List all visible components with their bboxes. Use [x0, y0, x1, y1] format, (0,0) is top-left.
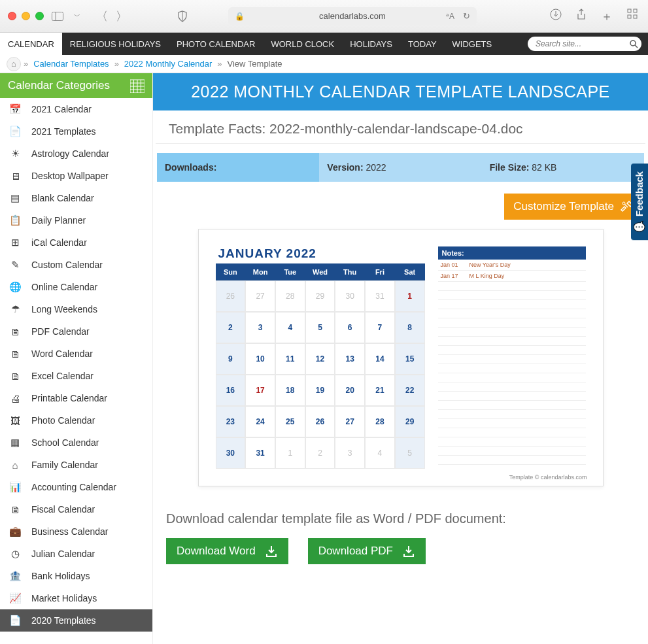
sidebar-item-icon: 📄 — [9, 126, 21, 137]
shield-icon[interactable] — [175, 10, 190, 22]
download-pdf-button[interactable]: Download PDF — [308, 538, 426, 564]
sidebar-header: Calendar Categories — [0, 73, 152, 98]
sidebar-item-label: Photo Calendar — [31, 415, 95, 426]
calendar-cell: 1 — [395, 280, 425, 312]
calendar-cell: 11 — [275, 343, 305, 375]
calendar-cell: 29 — [305, 280, 335, 312]
sidebar-item-icon: 🗎 — [9, 371, 21, 382]
sidebar-item-blank-calendar[interactable]: ▤Blank Calendar — [0, 187, 152, 209]
sidebar-item-label: 2021 Templates — [31, 126, 96, 137]
nav-item-religious-holidays[interactable]: RELIGIOUS HOLIDAYS — [62, 33, 169, 55]
site-search — [528, 33, 641, 55]
sidebar-item-2020-templates[interactable]: 📄2020 Templates — [0, 609, 152, 632]
sidebar-item-custom-calendar[interactable]: ✎Custom Calendar — [0, 254, 152, 276]
sidebar-item-bank-holidays[interactable]: 🏦Bank Holidays — [0, 565, 152, 587]
new-tab-icon[interactable]: ＋ — [598, 8, 615, 24]
sidebar-item-business-calendar[interactable]: 💼Business Calendar — [0, 520, 152, 543]
feedback-tab[interactable]: 💬 Feedback — [631, 163, 648, 240]
breadcrumb-link-templates[interactable]: Calendar Templates — [33, 59, 109, 69]
sidebar-item-2021-templates[interactable]: 📄2021 Templates — [0, 120, 152, 143]
sidebar-toggle-icon[interactable] — [49, 12, 66, 21]
sidebar-item-ical-calendar[interactable]: ⊞iCal Calendar — [0, 231, 152, 254]
nav-item-calendar[interactable]: CALENDAR — [0, 33, 62, 55]
main-navbar: CALENDARRELIGIOUS HOLIDAYSPHOTO CALENDAR… — [0, 33, 648, 55]
nav-item-widgets[interactable]: WIDGETS — [445, 33, 500, 55]
translate-icon[interactable]: ᵃA — [446, 12, 454, 21]
calendar-cell: 3 — [245, 312, 275, 343]
customize-template-button[interactable]: Customize Template — [504, 194, 643, 220]
calendar-cell: 30 — [216, 437, 246, 469]
nav-item-photo-calendar[interactable]: PHOTO CALENDAR — [169, 33, 263, 55]
calendar-cell: 28 — [365, 406, 395, 437]
nav-item-world-clock[interactable]: WORLD CLOCK — [263, 33, 342, 55]
calendar-cell: 13 — [335, 343, 365, 375]
share-icon[interactable] — [573, 8, 589, 24]
calendar-cell: 5 — [395, 437, 425, 469]
sidebar-item-astrology-calendar[interactable]: ☀Astrology Calendar — [0, 143, 152, 165]
sidebar-item-label: Family Calendar — [31, 460, 98, 470]
search-button[interactable] — [626, 37, 641, 51]
svg-rect-6 — [628, 15, 631, 18]
calendar-cell: 2 — [305, 437, 335, 469]
sidebar-item-icon: 📅 — [9, 103, 21, 115]
calendar-cell: 25 — [275, 406, 305, 437]
sidebar-item-icon: 💼 — [9, 526, 21, 537]
sidebar-item-photo-calendar[interactable]: 🖼Photo Calendar — [0, 409, 152, 432]
calendar-cell: 31 — [245, 437, 275, 469]
sidebar-item-school-calendar[interactable]: ▦School Calendar — [0, 432, 152, 454]
downloads-icon[interactable] — [547, 8, 564, 24]
sidebar-item-label: Business Calendar — [31, 526, 109, 537]
address-bar[interactable]: 🔒 calendarlabs.com ᵃA ↻ — [228, 7, 477, 25]
back-button[interactable]: 〈 — [94, 8, 111, 24]
forward-button[interactable]: 〉 — [113, 8, 130, 24]
reload-icon[interactable]: ↻ — [463, 11, 470, 21]
calendar-cell: 21 — [365, 375, 395, 406]
download-word-button[interactable]: Download Word — [166, 538, 288, 564]
sidebar-item-label: PDF Calendar — [31, 326, 90, 337]
sidebar-item-fiscal-calendar[interactable]: 🗎Fiscal Calendar — [0, 498, 152, 520]
facts-title: Template Facts: 2022-monthly-calendar-la… — [156, 110, 645, 144]
calendar-cell: 10 — [245, 343, 275, 375]
sidebar-item-excel-calendar[interactable]: 🗎Excel Calendar — [0, 365, 152, 387]
sidebar-item-label: Bank Holidays — [31, 571, 90, 581]
sidebar-item-market-holidays[interactable]: 📈Market Holidays — [0, 587, 152, 609]
note-row: Jan 17M L King Day — [438, 271, 586, 282]
sidebar-item-printable-calendar[interactable]: 🖨Printable Calendar — [0, 387, 152, 409]
download-section-title: Download calendar template file as Word … — [153, 502, 648, 535]
sidebar-item-icon: 🗎 — [9, 348, 21, 360]
url-text: calendarlabs.com — [319, 11, 386, 21]
calendar-cell: 30 — [335, 280, 365, 312]
sidebar-item-pdf-calendar[interactable]: 🗎PDF Calendar — [0, 320, 152, 343]
sidebar-item-family-calendar[interactable]: ⌂Family Calendar — [0, 454, 152, 476]
search-input[interactable] — [528, 37, 626, 51]
tabs-overview-icon[interactable] — [624, 8, 640, 24]
calendar-cell: 7 — [365, 312, 395, 343]
main-content: 2022 MONTHLY CALENDAR TEMPLATE LANDSCAPE… — [153, 73, 648, 644]
sidebar-item-long-weekends[interactable]: ☂Long Weekends — [0, 298, 152, 320]
sidebar-item-desktop-wallpaper[interactable]: 🖥Desktop Wallpaper — [0, 165, 152, 187]
sidebar-item-accounting-calendar[interactable]: 📊Accounting Calendar — [0, 476, 152, 498]
home-icon[interactable]: ⌂ — [7, 57, 21, 71]
note-row: Jan 01New Year's Day — [438, 260, 586, 271]
minimize-window-button[interactable] — [22, 12, 30, 20]
sidebar-item-julian-calendar[interactable]: ◷Julian Calendar — [0, 543, 152, 565]
sidebar-item-label: iCal Calendar — [31, 237, 87, 248]
calendar-cell: 16 — [216, 375, 246, 406]
sidebar-item-daily-planner[interactable]: 📋Daily Planner — [0, 209, 152, 231]
breadcrumb-link-monthly[interactable]: 2022 Monthly Calendar — [124, 59, 212, 69]
sidebar-item-label: Julian Calendar — [31, 549, 95, 559]
calendar-cell: 17 — [245, 375, 275, 406]
sidebar-item-icon: ⌂ — [9, 460, 21, 471]
sidebar-item-online-calendar[interactable]: 🌐Online Calendar — [0, 276, 152, 298]
chevron-down-icon[interactable]: ﹀ — [71, 12, 83, 21]
sidebar-item-label: Daily Planner — [31, 215, 86, 226]
sidebar-item-icon: 📈 — [9, 592, 21, 604]
sidebar-item-2021-calendar[interactable]: 📅2021 Calendar — [0, 98, 152, 120]
nav-item-today[interactable]: TODAY — [400, 33, 445, 55]
close-window-button[interactable] — [8, 12, 16, 20]
nav-item-holidays[interactable]: HOLIDAYS — [342, 33, 400, 55]
sidebar-item-word-calendar[interactable]: 🗎Word Calendar — [0, 343, 152, 365]
calendar-cell: 29 — [395, 406, 425, 437]
maximize-window-button[interactable] — [35, 12, 44, 20]
sidebar-item-icon: ⊞ — [9, 237, 21, 248]
